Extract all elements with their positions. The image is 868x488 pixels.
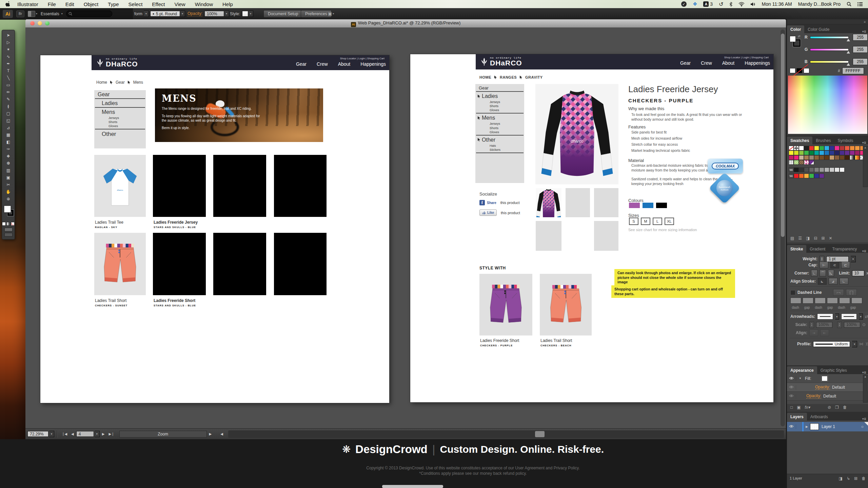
layer-thumbnail[interactable] xyxy=(810,423,819,430)
layer-name[interactable]: Layer 1 xyxy=(822,424,835,429)
swatch-cell[interactable] xyxy=(829,167,834,172)
none-mode-button[interactable] xyxy=(11,222,15,226)
brush-dropdown[interactable]: •5 pt. Round▼ xyxy=(150,8,185,19)
swatch-cell[interactable] xyxy=(850,155,855,160)
symbol-sprayer-tool[interactable]: ❆ xyxy=(2,160,15,167)
swatch-cell[interactable] xyxy=(819,167,824,172)
canvas[interactable]: no ordinary life DHaRCO Shop Locator | L… xyxy=(25,27,786,428)
swatch-cell[interactable] xyxy=(789,167,794,172)
flip-across-icon[interactable]: ⊻ xyxy=(865,342,868,346)
first-artboard-button[interactable]: ❘◀ xyxy=(60,432,69,436)
swatch-cell[interactable] xyxy=(834,155,840,160)
colour-swatch[interactable] xyxy=(656,203,667,208)
new-color-group-icon[interactable]: ⊟ xyxy=(814,236,817,241)
swatch-cell[interactable] xyxy=(814,155,819,160)
bevel-join-button[interactable]: ◺ xyxy=(828,270,834,277)
next-artboard-button[interactable]: ▶ xyxy=(100,432,106,436)
sidebar-subitem[interactable]: Jerseys xyxy=(475,100,524,104)
vertical-scrollbar-thumb[interactable] xyxy=(781,34,785,237)
product-label[interactable]: Ladies Trail TeeRAGLAN - SKY xyxy=(95,220,123,229)
swatch-cell[interactable] xyxy=(809,167,814,172)
swatch-cell[interactable] xyxy=(819,155,824,160)
product-main-image[interactable]: dharco xyxy=(535,84,618,184)
sidebar-item-other[interactable]: Other xyxy=(95,129,145,138)
search-input[interactable] xyxy=(66,11,112,17)
gradient-tool[interactable]: ◧ xyxy=(2,138,15,145)
swatch-cell[interactable] xyxy=(819,174,824,178)
appearance-scrollbar[interactable]: ▲ xyxy=(863,375,868,403)
swatch-options-icon[interactable]: ◨ xyxy=(806,236,810,241)
sidebar-item-other[interactable]: Other xyxy=(476,136,524,144)
menu-item[interactable]: Edit xyxy=(65,1,74,7)
selection-tool[interactable]: ➤ xyxy=(2,32,15,39)
swatch-cell[interactable] xyxy=(794,150,799,155)
panel-menu-icon[interactable]: ▾≣ xyxy=(862,371,868,374)
sidebar-subitem[interactable]: Hats xyxy=(475,144,524,148)
slice-tool[interactable]: ✂ xyxy=(2,181,15,188)
sidebar-item-ladies[interactable]: Ladies xyxy=(95,99,145,108)
swatch-cell[interactable] xyxy=(855,150,860,155)
b-value-field[interactable]: 255 xyxy=(853,58,868,65)
colour-swatch[interactable] xyxy=(629,203,640,208)
link-scale-icon[interactable]: ⊙ xyxy=(862,322,866,327)
menu-item[interactable]: Window xyxy=(195,1,213,7)
user-menu[interactable]: Mandy D...Book Pro xyxy=(798,1,841,7)
swatch-cell[interactable] xyxy=(829,155,834,160)
tab-gradient[interactable]: Gradient xyxy=(806,245,829,253)
touch-pointer-dropdown[interactable]: ▣▾ xyxy=(328,8,334,19)
dash-field[interactable] xyxy=(839,298,850,304)
pencil-tool[interactable]: ✎ xyxy=(2,96,15,103)
status-menu-button[interactable]: ▶ xyxy=(208,432,214,436)
align-dash-button[interactable]: [¯] xyxy=(846,289,857,296)
tab-transparency[interactable]: Transparency xyxy=(829,245,860,253)
swatch-cell[interactable] xyxy=(799,160,804,165)
status-display-field[interactable]: Zoom xyxy=(119,431,207,438)
style-with-card-trail-short[interactable] xyxy=(540,274,592,336)
delete-swatch-icon[interactable]: ✕ xyxy=(829,236,832,241)
lasso-tool[interactable]: ∿ xyxy=(2,53,15,60)
tab-artboards[interactable]: Artboards xyxy=(807,413,831,421)
workspace-switcher[interactable]: Essentials▾ xyxy=(41,12,63,16)
panel-menu-icon[interactable]: ▾≣ xyxy=(862,249,868,253)
width-tool[interactable]: ≬ xyxy=(2,103,15,110)
type-tool[interactable]: T xyxy=(2,67,15,74)
menu-item[interactable]: Type xyxy=(108,1,119,7)
product-card-freeride-jersey[interactable] xyxy=(153,155,206,217)
utility-links[interactable]: Shop Locator | Login | Shopping Cart xyxy=(724,56,769,59)
window-title-bar[interactable]: AiWeb Pages_DHaRCO.ai* @ 72.29% (RGB/Pre… xyxy=(25,19,786,28)
swatch-cell[interactable] xyxy=(824,150,829,155)
artboard-dropdown-button[interactable]: ▼ xyxy=(95,431,100,437)
dropbox-icon[interactable]: ❖ xyxy=(693,1,697,7)
horizontal-scrollbar[interactable] xyxy=(228,430,784,438)
menu-clock[interactable]: Mon 11:36 AM xyxy=(762,1,792,7)
notification-center-icon[interactable] xyxy=(857,1,863,7)
r-value-field[interactable]: 255 xyxy=(853,34,868,41)
make-clipping-mask-icon[interactable]: ◨ xyxy=(839,476,843,481)
swatch-cell[interactable] xyxy=(804,155,809,160)
sidebar-subitem[interactable]: Gloves xyxy=(475,108,524,112)
style-with-card-freeride-short[interactable] xyxy=(479,274,532,336)
vertical-scrollbar[interactable] xyxy=(781,29,785,426)
panel-menu-icon[interactable]: ▾≣ xyxy=(862,141,868,144)
nav-item[interactable]: Gear xyxy=(680,60,691,66)
tab-stroke[interactable]: Stroke xyxy=(787,245,806,253)
tab-swatches[interactable]: Swatches xyxy=(787,137,812,144)
align-inside-button[interactable]: ⊿ xyxy=(829,278,837,285)
swatch-cell[interactable] xyxy=(794,167,799,172)
size-note[interactable]: See size chart for more sizing informati… xyxy=(628,228,697,232)
swatch-cell[interactable] xyxy=(804,150,809,155)
breadcrumb-gear[interactable]: Gear xyxy=(116,80,125,85)
gap-field[interactable] xyxy=(803,298,813,304)
appearance-fill-row[interactable]: ▼ Fill: xyxy=(787,374,868,383)
facebook-like-button[interactable]: Like xyxy=(479,209,497,216)
draw-mode-button[interactable] xyxy=(4,228,13,231)
product-thumbnail[interactable] xyxy=(536,188,561,217)
arrowhead-end-dropdown[interactable] xyxy=(841,313,857,320)
zoom-level-field[interactable]: 72.29% xyxy=(27,431,48,437)
preserve-dash-button[interactable]: ⌐¬ xyxy=(833,289,844,296)
swatch-cell[interactable] xyxy=(809,174,814,178)
align-outside-button[interactable]: ∟ xyxy=(840,278,848,285)
size-option[interactable]: XL xyxy=(665,218,674,225)
swatch-cell[interactable] xyxy=(804,174,809,178)
delete-item-icon[interactable]: 🗑︎ xyxy=(843,405,847,410)
